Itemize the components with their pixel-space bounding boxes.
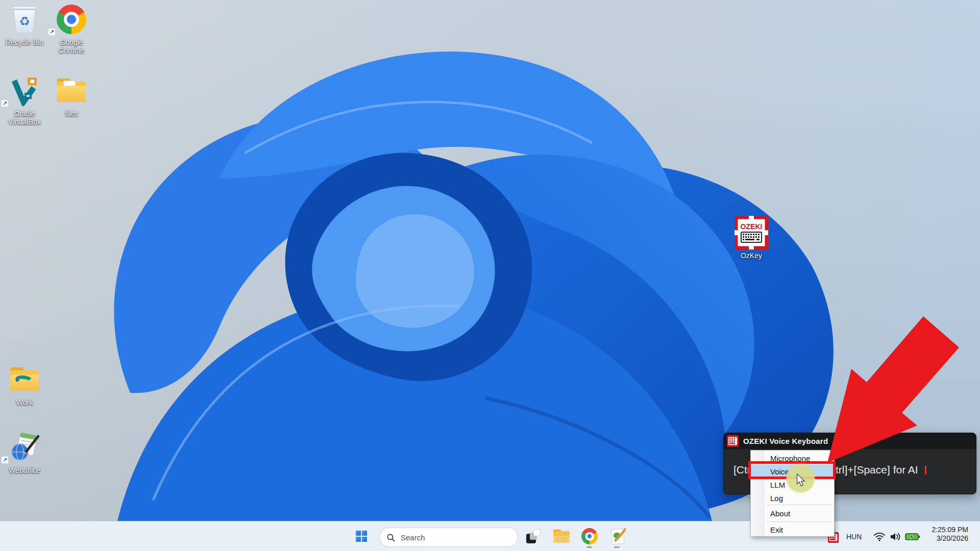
desktop-icon-label: OzKey [727, 252, 776, 260]
recycle-bin-body: ♻ [13, 10, 36, 33]
windows-logo-icon [356, 531, 367, 542]
desktop-icon-oracle-virtualbox[interactable]: ↗ Oracle VirtualBox [0, 74, 49, 126]
volume-button[interactable] [889, 521, 902, 551]
desktop-screen: ♻ Recycle Bin ↗ Google Chrome ↗ Oracle V… [0, 0, 980, 551]
menu-separator [767, 505, 832, 505]
search-input[interactable]: Search [379, 528, 518, 547]
paint-app-taskbar-button[interactable] [606, 525, 629, 547]
paint-app-icon [609, 528, 626, 545]
start-button[interactable] [350, 525, 373, 547]
file-explorer-icon [553, 529, 570, 544]
text-caret [925, 466, 926, 474]
desktop-icon-google-chrome[interactable]: ↗ Google Chrome [47, 3, 96, 55]
battery-charging-icon [905, 532, 920, 541]
folder-front [57, 86, 86, 102]
desktop-icon-recycle-bin[interactable]: ♻ Recycle Bin [0, 3, 49, 46]
chrome-icon: ↗ [47, 3, 96, 36]
recycle-bin-lid [12, 6, 37, 10]
battery-button[interactable] [905, 521, 920, 551]
click-indicator [787, 464, 815, 492]
folder-shape [56, 79, 87, 103]
shortcut-arrow-icon: ↗ [48, 28, 56, 36]
recycle-bin-icon: ♻ [0, 3, 49, 36]
search-placeholder: Search [401, 533, 425, 542]
weboffice-icon: ↗ [0, 431, 49, 464]
virtualbox-logo [9, 76, 40, 106]
chrome-logo [57, 5, 86, 34]
tray-time: 2:25:09 PM [932, 525, 968, 534]
menu-item-log[interactable]: Log [751, 492, 834, 504]
desktop-icon-label: Weboffice [0, 466, 49, 474]
language-indicator[interactable]: HUN [846, 521, 862, 551]
desktop-icon-ozkey[interactable]: OZEKI OzKey [727, 216, 776, 260]
desktop-icon-label: Google Chrome [47, 38, 96, 55]
desktop-icon-files[interactable]: files [47, 74, 96, 118]
ozeki-window-titlebar[interactable]: OZEKI Voice Keyboard [724, 433, 976, 449]
speaker-icon [889, 532, 902, 542]
chrome-logo-core [66, 14, 77, 25]
weboffice-logo [9, 432, 40, 463]
desktop-icon-work[interactable]: Work [0, 363, 49, 407]
virtualbox-icon: ↗ [0, 74, 49, 107]
ozeki-keyboard-icon [727, 435, 739, 447]
tray-date: 3/20/2026 [932, 534, 968, 543]
search-icon [387, 534, 395, 542]
desktop-icon-weboffice[interactable]: ↗ Weboffice [0, 431, 49, 474]
menu-separator [767, 521, 832, 522]
desktop-icon-label: Oracle VirtualBox [0, 110, 49, 126]
ozkey-logo: OZEKI [734, 216, 768, 249]
work-folder-icon [0, 363, 49, 396]
ozkey-icon: OZEKI [727, 216, 776, 249]
files-folder-icon [47, 74, 96, 107]
ozkey-logo-text: OZEKI [741, 222, 763, 231]
window-title: OZEKI Voice Keyboard [743, 437, 828, 445]
wifi-button[interactable] [873, 521, 886, 551]
clock[interactable]: 2:25:09 PM 3/20/2026 [932, 525, 968, 543]
menu-item-exit[interactable]: Exit [751, 523, 834, 536]
menu-item-about[interactable]: About [751, 506, 834, 520]
folder-shape [9, 367, 40, 392]
chrome-running-indicator [586, 546, 592, 548]
task-view-button[interactable] [522, 525, 545, 547]
shortcut-arrow-icon: ↗ [1, 99, 9, 107]
task-view-icon [526, 529, 541, 543]
recycle-symbol-icon: ♻ [19, 14, 30, 29]
desktop-icon-label: Recycle Bin [0, 38, 49, 46]
wifi-icon [873, 532, 886, 542]
hotkey-hint-right-fragment: trl]+[Space] for AI [836, 464, 918, 476]
desktop-icon-label: Work [0, 398, 49, 407]
desktop-icon-label: files [47, 110, 96, 118]
chrome-icon [581, 528, 598, 544]
shortcut-arrow-icon: ↗ [1, 456, 9, 464]
file-explorer-button[interactable] [550, 525, 573, 547]
chrome-taskbar-button[interactable] [578, 525, 601, 547]
paint-running-indicator [614, 546, 620, 548]
